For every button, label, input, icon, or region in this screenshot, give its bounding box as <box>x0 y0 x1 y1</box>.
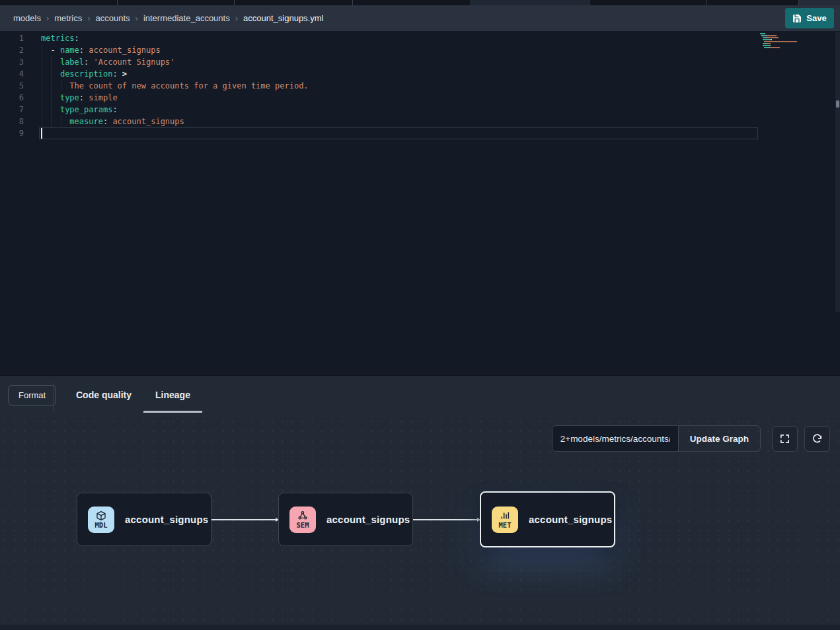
code-text: metrics: <box>41 32 79 44</box>
tab-divider <box>589 0 590 5</box>
update-graph-button[interactable]: Update Graph <box>679 425 761 452</box>
fullscreen-icon <box>779 433 790 444</box>
code-text: label: 'Account Signups' <box>41 56 174 68</box>
line-number: 4 <box>0 68 24 80</box>
indent-guide <box>61 80 61 90</box>
current-line-highlight <box>39 127 758 139</box>
metric-chart-icon <box>500 510 510 521</box>
code-line[interactable]: 2 - name: account_signups <box>0 44 840 56</box>
panel-tabs: Code qualityLineage <box>64 376 202 417</box>
indent-guide <box>42 44 42 139</box>
indent-guide <box>51 56 52 127</box>
node-label: account_signups <box>529 514 612 525</box>
node-badge-label: SEM <box>297 522 309 529</box>
file-tab-active[interactable] <box>471 0 589 5</box>
node-label: account_signups <box>326 514 410 525</box>
lineage-edge <box>211 519 278 520</box>
code-line[interactable]: 8 measure: account_signups <box>0 116 840 127</box>
lineage-canvas[interactable]: Update Graph MDLaccount_signupsSEMaccoun… <box>0 417 840 630</box>
code-line[interactable]: 1metrics: <box>0 32 840 44</box>
line-number: 5 <box>0 80 24 92</box>
line-number: 2 <box>0 44 24 56</box>
tab-divider <box>706 0 706 5</box>
file-tab[interactable] <box>798 0 840 5</box>
line-number: 8 <box>0 116 24 127</box>
minimap-line <box>760 45 801 46</box>
save-button[interactable]: Save <box>785 8 834 28</box>
lineage-selector-input[interactable] <box>552 425 679 452</box>
breadcrumb-item[interactable]: intermediate_accounts <box>143 13 230 23</box>
minimap[interactable] <box>760 33 801 51</box>
code-text: type_params: <box>41 104 118 116</box>
line-number: 7 <box>0 104 24 116</box>
breadcrumb-item[interactable]: models <box>13 13 41 23</box>
tab-divider <box>798 0 799 5</box>
semantic-model-icon <box>297 510 308 521</box>
node-badge-label: MDL <box>95 522 108 529</box>
chevron-right-icon: › <box>87 13 90 23</box>
breadcrumb-item[interactable]: metrics <box>54 13 82 23</box>
code-editor[interactable]: 1metrics:2 - name: account_signups3 labe… <box>0 31 840 375</box>
code-text: The count of new accounts for a given ti… <box>41 80 309 92</box>
lineage-node-met[interactable]: METaccount_signups <box>480 491 615 547</box>
code-line[interactable]: 3 label: 'Account Signups' <box>0 56 840 68</box>
indent-guide <box>61 116 61 126</box>
canvas-bottom-strip <box>0 625 840 630</box>
refresh-icon <box>812 433 823 444</box>
refresh-button[interactable] <box>804 426 830 452</box>
chevron-right-icon: › <box>135 13 138 23</box>
header-divider <box>54 382 54 411</box>
breadcrumb-item[interactable]: account_signups.yml <box>243 13 323 23</box>
line-number: 6 <box>0 92 24 104</box>
minimap-line <box>760 47 801 48</box>
model-cube-icon <box>96 510 106 521</box>
line-number: 9 <box>0 127 24 139</box>
lineage-node-mdl[interactable]: MDLaccount_signups <box>77 493 211 546</box>
node-badge-sem: SEM <box>289 507 316 533</box>
minimap-line <box>760 39 801 40</box>
lineage-node-sem[interactable]: SEMaccount_signups <box>278 493 413 546</box>
file-tabs-strip[interactable] <box>0 0 840 5</box>
code-text: - name: account_signups <box>41 44 161 56</box>
code-text: description: > <box>41 68 127 80</box>
minimap-line <box>760 33 801 34</box>
panel-header: Format Code qualityLineage <box>0 376 840 417</box>
code-line[interactable]: 4 description: > <box>0 68 840 80</box>
minimap-line <box>760 49 801 50</box>
minimap-line <box>760 37 801 38</box>
minimap-line <box>760 43 801 44</box>
save-button-label: Save <box>806 13 826 23</box>
node-badge-label: MET <box>499 522 512 529</box>
breadcrumb-item[interactable]: accounts <box>96 13 130 23</box>
chevron-right-icon: › <box>235 13 238 23</box>
scrollbar-thumb[interactable] <box>836 100 839 108</box>
node-label: account_signups <box>125 514 208 525</box>
floppy-disk-icon <box>792 14 802 23</box>
code-line[interactable]: 7 type_params: <box>0 104 840 116</box>
fullscreen-button[interactable] <box>772 426 798 452</box>
breadcrumb: models›metrics›accounts›intermediate_acc… <box>0 13 323 23</box>
tab-divider <box>117 0 118 5</box>
tab-divider <box>352 0 353 5</box>
code-line[interactable]: 6 type: simple <box>0 92 840 104</box>
code-text: type: simple <box>41 92 118 104</box>
tab-code-quality[interactable]: Code quality <box>64 376 143 417</box>
tab-divider <box>471 0 471 5</box>
editor-scrollbar[interactable] <box>835 32 840 312</box>
format-button[interactable]: Format <box>8 385 56 405</box>
selector-group: Update Graph <box>552 425 761 452</box>
tab-lineage[interactable]: Lineage <box>143 376 202 417</box>
node-badge-mdl: MDL <box>88 507 114 533</box>
minimap-line <box>760 35 801 36</box>
chevron-right-icon: › <box>46 13 49 23</box>
code-line[interactable]: 9 <box>0 127 840 139</box>
lineage-controls: Update Graph <box>552 425 830 452</box>
code-line[interactable]: 5 The count of new accounts for a given … <box>0 80 840 92</box>
editor-toolbar: models›metrics›accounts›intermediate_acc… <box>0 5 840 31</box>
line-number: 3 <box>0 56 24 68</box>
bottom-panel: Format Code qualityLineage Update Graph … <box>0 375 840 630</box>
line-number: 1 <box>0 32 24 44</box>
tab-divider <box>234 0 235 5</box>
node-badge-met: MET <box>492 507 518 533</box>
lineage-edge <box>413 519 480 520</box>
